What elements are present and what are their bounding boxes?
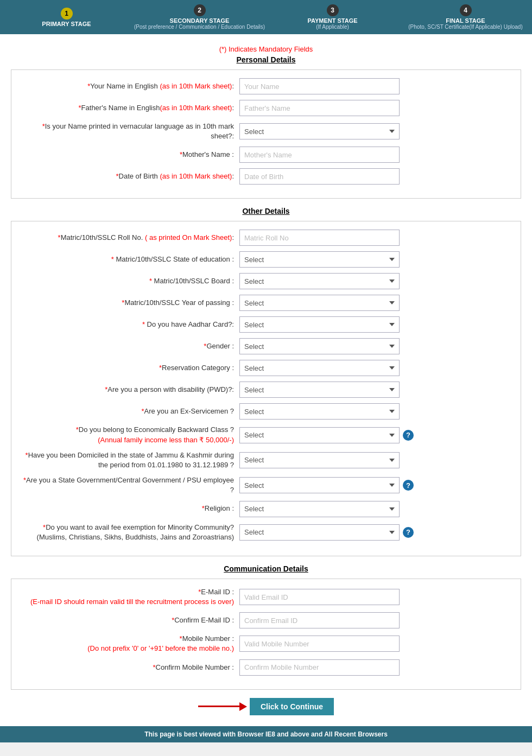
matric-board-row: * Matric/10th/SSLC Board : Select bbox=[22, 273, 510, 289]
govt-employee-help-icon[interactable]: ? bbox=[403, 480, 414, 491]
religion-row: *Religion : Select bbox=[22, 501, 510, 517]
pwd-row: *Are you a person with disability (PWD)?… bbox=[22, 382, 510, 398]
father-name-label: *Father's Name in English(as in 10th Mar… bbox=[22, 103, 239, 113]
jk-domicile-row: *Have you been Domiciled in the state of… bbox=[22, 450, 510, 470]
pwd-label: *Are you a person with disability (PWD)?… bbox=[22, 385, 239, 395]
matric-state-row: * Matric/10th/SSLC State of education : … bbox=[22, 251, 510, 268]
confirm-email-label: *Confirm E-Mail ID : bbox=[22, 615, 239, 625]
mother-name-label: *Mother's Name : bbox=[22, 150, 239, 160]
email-label: *E-Mail ID : (E-mail ID should remain va… bbox=[22, 587, 239, 607]
footer-text: This page is best viewed with Browser IE… bbox=[144, 730, 388, 738]
step-sub-4: (Photo, SC/ST Certificate(If Applicable)… bbox=[399, 24, 532, 30]
govt-employee-label: *Are you a State Government/Central Gove… bbox=[22, 475, 239, 495]
your-name-row: *Your Name in English (as in 10th Mark s… bbox=[22, 78, 510, 94]
matric-roll-label: *Matric/10th/SSLC Roll No. ( as printed … bbox=[22, 233, 239, 243]
dob-row: *Date of Birth (as in 10th Mark sheet): bbox=[22, 168, 510, 185]
other-section-title: Other Details bbox=[11, 207, 521, 215]
mobile-label: *Mobile Number : (Do not prefix '0' or '… bbox=[22, 634, 239, 653]
step-title-1: PRIMARY STAGE bbox=[0, 21, 133, 27]
matric-state-label: * Matric/10th/SSLC State of education : bbox=[22, 255, 239, 264]
aadhar-label: * Do you have Aadhar Card?: bbox=[22, 320, 239, 329]
matric-roll-row: *Matric/10th/SSLC Roll No. ( as printed … bbox=[22, 230, 510, 246]
step-sub-2: (Post preference / Communication / Educa… bbox=[133, 24, 266, 30]
ebc-select[interactable]: Select Yes No bbox=[239, 427, 400, 443]
aadhar-select[interactable]: Select Yes No bbox=[239, 316, 400, 333]
mobile-input[interactable] bbox=[239, 636, 400, 652]
ex-servicemen-row: *Are you an Ex-Servicemen ? Select Yes N… bbox=[22, 403, 510, 420]
ebc-row: *Do you belong to Economically Backward … bbox=[22, 425, 510, 444]
dob-label: *Date of Birth (as in 10th Mark sheet): bbox=[22, 171, 239, 181]
mandatory-note: (*) Indicates Mandatory Fields bbox=[11, 45, 521, 53]
religion-label: *Religion : bbox=[22, 504, 239, 513]
matric-state-select[interactable]: Select bbox=[239, 251, 400, 268]
minority-row: *Do you want to avail fee exemption for … bbox=[22, 523, 510, 542]
email-input[interactable] bbox=[239, 589, 400, 605]
aadhar-row: * Do you have Aadhar Card?: Select Yes N… bbox=[22, 316, 510, 333]
reservation-row: *Reservation Category : Select bbox=[22, 360, 510, 376]
gender-row: *Gender : Select Male Female Other bbox=[22, 338, 510, 354]
minority-label: *Do you want to avail fee exemption for … bbox=[22, 523, 239, 542]
mobile-row: *Mobile Number : (Do not prefix '0' or '… bbox=[22, 634, 510, 653]
matric-year-row: *Matric/10th/SSLC Year of passing : Sele… bbox=[22, 295, 510, 311]
personal-section-title: Personal Details bbox=[11, 55, 521, 64]
step-sub-3: (If Applicable) bbox=[266, 24, 399, 30]
step-circle-2: 2 bbox=[194, 4, 206, 16]
step-title-4: FINAL STAGE bbox=[399, 17, 532, 24]
continue-button-area: Click to Continue bbox=[11, 698, 521, 715]
jk-domicile-label: *Have you been Domiciled in the state of… bbox=[22, 450, 239, 470]
confirm-email-row: *Confirm E-Mail ID : bbox=[22, 612, 510, 628]
mother-name-input[interactable] bbox=[239, 147, 400, 163]
jk-domicile-select[interactable]: Select Yes No bbox=[239, 452, 400, 468]
step-circle-1: 1 bbox=[61, 8, 73, 20]
ebc-help-icon[interactable]: ? bbox=[403, 430, 414, 441]
step-circle-4: 4 bbox=[460, 4, 472, 16]
reservation-label: *Reservation Category : bbox=[22, 363, 239, 373]
personal-details-section: *Your Name in English (as in 10th Mark s… bbox=[11, 69, 521, 199]
progress-bar: 1 PRIMARY STAGE 2 SECONDARY STAGE (Post … bbox=[0, 0, 532, 34]
father-name-row: *Father's Name in English(as in 10th Mar… bbox=[22, 100, 510, 116]
ex-servicemen-select[interactable]: Select Yes No bbox=[239, 403, 400, 420]
communication-section-title: Communication Details bbox=[11, 564, 521, 573]
minority-select[interactable]: Select Yes No bbox=[239, 524, 400, 541]
your-name-label: *Your Name in English (as in 10th Mark s… bbox=[22, 81, 239, 91]
mother-name-row: *Mother's Name : bbox=[22, 147, 510, 163]
reservation-select[interactable]: Select bbox=[239, 360, 400, 376]
confirm-mobile-label: *Confirm Mobile Number : bbox=[22, 663, 239, 672]
confirm-mobile-input[interactable] bbox=[239, 659, 400, 676]
gender-label: *Gender : bbox=[22, 341, 239, 351]
main-content: (*) Indicates Mandatory Fields Personal … bbox=[0, 34, 532, 726]
govt-employee-row: *Are you a State Government/Central Gove… bbox=[22, 475, 510, 495]
progress-step-3: 3 PAYMENT STAGE (If Applicable) bbox=[266, 4, 399, 30]
vernacular-select[interactable]: Select Yes No bbox=[239, 123, 400, 139]
matric-year-select[interactable]: Select bbox=[239, 295, 400, 311]
matric-board-select[interactable]: Select bbox=[239, 273, 400, 289]
continue-button[interactable]: Click to Continue bbox=[250, 698, 334, 715]
email-row: *E-Mail ID : (E-mail ID should remain va… bbox=[22, 587, 510, 607]
minority-help-icon[interactable]: ? bbox=[403, 527, 414, 538]
confirm-mobile-row: *Confirm Mobile Number : bbox=[22, 659, 510, 676]
other-details-section: *Matric/10th/SSLC Roll No. ( as printed … bbox=[11, 221, 521, 556]
footer: This page is best viewed with Browser IE… bbox=[0, 726, 532, 742]
communication-details-section: *E-Mail ID : (E-mail ID should remain va… bbox=[11, 579, 521, 690]
vernacular-label: *Is your Name printed in vernacular lang… bbox=[22, 122, 239, 141]
pwd-select[interactable]: Select Yes No bbox=[239, 382, 400, 398]
vernacular-row: *Is your Name printed in vernacular lang… bbox=[22, 122, 510, 141]
step-title-2: SECONDARY STAGE bbox=[133, 17, 266, 24]
religion-select[interactable]: Select bbox=[239, 501, 400, 517]
progress-step-2: 2 SECONDARY STAGE (Post preference / Com… bbox=[133, 4, 266, 30]
arrow-line bbox=[198, 706, 242, 707]
progress-step-4: 4 FINAL STAGE (Photo, SC/ST Certificate(… bbox=[399, 4, 532, 30]
govt-employee-select[interactable]: Select Yes No bbox=[239, 477, 400, 493]
matric-board-label: * Matric/10th/SSLC Board : bbox=[22, 276, 239, 286]
step-title-3: PAYMENT STAGE bbox=[266, 17, 399, 24]
matric-roll-input[interactable] bbox=[239, 230, 400, 246]
your-name-input[interactable] bbox=[239, 78, 400, 94]
confirm-email-input[interactable] bbox=[239, 612, 400, 628]
father-name-input[interactable] bbox=[239, 100, 400, 116]
ebc-label: *Do you belong to Economically Backward … bbox=[22, 425, 239, 444]
gender-select[interactable]: Select Male Female Other bbox=[239, 338, 400, 354]
dob-input[interactable] bbox=[239, 168, 400, 185]
progress-step-1: 1 PRIMARY STAGE bbox=[0, 8, 133, 27]
step-circle-3: 3 bbox=[327, 4, 339, 16]
ex-servicemen-label: *Are you an Ex-Servicemen ? bbox=[22, 406, 239, 416]
